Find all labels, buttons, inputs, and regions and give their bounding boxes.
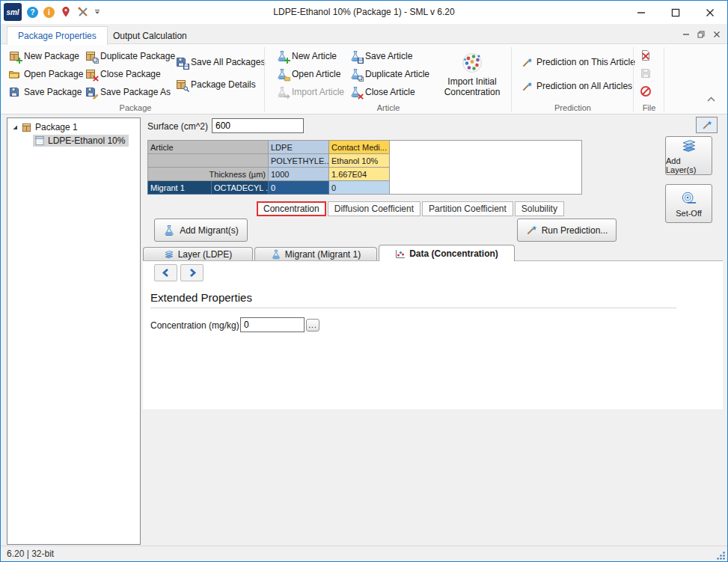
expert-tools-button[interactable] bbox=[696, 117, 718, 133]
package-details-icon bbox=[175, 79, 187, 91]
grid-cell-migrant-name[interactable]: OCTADECYL ... bbox=[212, 181, 269, 195]
tab-label: Package Properties bbox=[18, 31, 97, 41]
grid-cell-contact-medium[interactable]: Ethanol 10% bbox=[329, 154, 390, 168]
tab-package-properties[interactable]: Package Properties bbox=[7, 26, 108, 45]
tab-data-concentration[interactable]: Data (Concentration) bbox=[379, 245, 515, 261]
extended-properties-heading: Extended Properties bbox=[150, 291, 252, 304]
group-label-package: Package bbox=[7, 103, 264, 112]
mdi-close-button[interactable] bbox=[710, 28, 724, 40]
add-migrants-button[interactable]: Add Migrant(s) bbox=[154, 219, 248, 242]
grid-cell-contact-header[interactable]: Contact Medi... bbox=[329, 141, 390, 154]
app-window: sml ? i LDPE-Ethanol 10% (Package 1) - S… bbox=[0, 0, 728, 562]
article-sheet-icon bbox=[34, 135, 45, 146]
flask-folder-icon bbox=[276, 68, 288, 80]
info-icon[interactable]: i bbox=[43, 7, 55, 18]
grid-cell-thickness-value[interactable]: 1000 bbox=[269, 168, 329, 181]
save-package-button[interactable]: Save Package bbox=[8, 85, 82, 100]
help-icon[interactable]: ? bbox=[27, 7, 38, 18]
button-label: New Package bbox=[24, 51, 79, 61]
window-controls bbox=[624, 1, 727, 24]
save-article-button[interactable]: Save Article bbox=[349, 49, 412, 64]
mdi-minimize-button[interactable] bbox=[679, 28, 693, 40]
flask-plus-icon bbox=[276, 50, 288, 62]
new-article-button[interactable]: New Article bbox=[276, 49, 337, 64]
tab-label: Diffusion Coefficient bbox=[334, 204, 414, 214]
new-package-button[interactable]: New Package bbox=[8, 49, 79, 64]
run-prediction-button[interactable]: Run Prediction... bbox=[517, 219, 617, 242]
tab-diffusion-coefficient[interactable]: Diffusion Coefficient bbox=[328, 201, 420, 216]
duplicate-icon bbox=[85, 50, 97, 62]
prev-button[interactable] bbox=[154, 264, 177, 281]
button-label: Save Package As bbox=[100, 87, 171, 97]
toolbar-dropdown-icon[interactable] bbox=[94, 9, 100, 15]
tree-selection: LDPE-Ethanol 10% bbox=[33, 135, 129, 147]
close-package-button[interactable]: Close Package bbox=[85, 67, 161, 82]
tree-item-article[interactable]: LDPE-Ethanol 10% bbox=[7, 134, 140, 147]
tools-icon[interactable] bbox=[77, 6, 89, 18]
flask-duplicate-icon bbox=[349, 68, 361, 80]
import-initial-concentration-button[interactable]: Import Initial Concentration bbox=[439, 46, 505, 104]
button-label: Run Prediction... bbox=[542, 225, 608, 236]
chart-icon bbox=[395, 248, 406, 259]
tab-migrant[interactable]: Migrant (Migrant 1) bbox=[254, 247, 377, 260]
grid-row-article: Article LDPE Contact Medi... bbox=[148, 141, 582, 154]
tab-concentration[interactable]: Concentration bbox=[257, 201, 326, 216]
tab-solubility[interactable]: Solubility bbox=[515, 201, 564, 216]
file-close-button[interactable] bbox=[640, 48, 652, 63]
tab-layer[interactable]: Layer (LDPE) bbox=[143, 247, 253, 260]
mdi-restore-button[interactable] bbox=[694, 28, 708, 40]
open-article-button[interactable]: Open Article bbox=[276, 67, 340, 82]
grid-cell-migrant-conc-contact[interactable]: 0 bbox=[329, 181, 390, 195]
minimize-button[interactable] bbox=[624, 1, 658, 24]
save-package-as-button[interactable]: Save Package As bbox=[85, 85, 171, 100]
resize-grip[interactable] bbox=[716, 551, 726, 561]
concentration-input[interactable] bbox=[240, 317, 305, 332]
file-save-button bbox=[640, 66, 652, 81]
add-layers-button[interactable]: Add Layer(s) bbox=[665, 136, 712, 175]
info-glyph: i bbox=[48, 8, 50, 16]
tree-item-label: Package 1 bbox=[35, 122, 78, 132]
tree-item-package[interactable]: Package 1 bbox=[7, 120, 140, 134]
prediction-all-articles-button[interactable]: Prediction on All Articles bbox=[521, 79, 632, 94]
button-label: Open Article bbox=[292, 69, 340, 79]
close-article-button[interactable]: Close Article bbox=[349, 85, 415, 100]
button-label: Import Initial Concentration bbox=[439, 77, 505, 98]
statusbar: 6.20 | 32-bit bbox=[1, 546, 727, 561]
app-logo[interactable]: sml bbox=[4, 3, 22, 21]
flask-icon bbox=[163, 225, 175, 236]
grid-cell-layer-name[interactable]: LDPE bbox=[269, 141, 329, 154]
tab-partition-coefficient[interactable]: Partition Coefficient bbox=[422, 201, 513, 216]
save-all-packages-button[interactable]: Save All Packages bbox=[175, 55, 265, 70]
close-button[interactable] bbox=[693, 1, 727, 24]
wand-icon bbox=[521, 57, 533, 68]
open-package-button[interactable]: Open Package bbox=[8, 67, 83, 82]
duplicate-package-button[interactable]: Duplicate Package bbox=[85, 49, 175, 64]
ribbon-collapse-icon[interactable] bbox=[707, 97, 715, 103]
save-icon bbox=[8, 86, 20, 98]
button-label: New Article bbox=[292, 51, 337, 61]
group-label-file: File bbox=[634, 103, 664, 112]
pin-icon[interactable] bbox=[60, 6, 72, 18]
set-off-button[interactable]: Set-Off bbox=[665, 184, 712, 223]
tree-item-label: LDPE-Ethanol 10% bbox=[48, 135, 125, 146]
layers-icon bbox=[681, 138, 697, 154]
maximize-button[interactable] bbox=[658, 1, 693, 24]
grid-cell-migrant-conc-layer[interactable]: 0 bbox=[269, 181, 329, 195]
group-label-prediction: Prediction bbox=[513, 103, 633, 112]
group-separator bbox=[511, 47, 512, 112]
prediction-this-article-button[interactable]: Prediction on This Article bbox=[521, 55, 635, 70]
expander-icon[interactable] bbox=[12, 124, 18, 130]
browse-button[interactable]: ... bbox=[306, 319, 319, 332]
package-details-button[interactable]: Package Details bbox=[175, 77, 256, 92]
grid-cell-migrant-header[interactable]: Migrant 1 bbox=[148, 181, 212, 195]
grid-cell-layer-material[interactable]: POLYETHYLE... bbox=[269, 154, 329, 168]
surface-input[interactable] bbox=[212, 118, 304, 133]
grid-cell-contact-thickness[interactable]: 1.667E04 bbox=[329, 168, 390, 181]
next-button[interactable] bbox=[180, 264, 204, 281]
help-glyph: ? bbox=[30, 8, 34, 16]
file-cancel-button[interactable] bbox=[640, 84, 652, 99]
tab-output-calculation[interactable]: Output Calculation bbox=[103, 26, 198, 45]
duplicate-article-button[interactable]: Duplicate Article bbox=[349, 67, 429, 82]
grid-cell-article-header[interactable]: Article bbox=[148, 141, 269, 154]
ribbon-tab-row: Package Properties Output Calculation bbox=[1, 24, 727, 44]
